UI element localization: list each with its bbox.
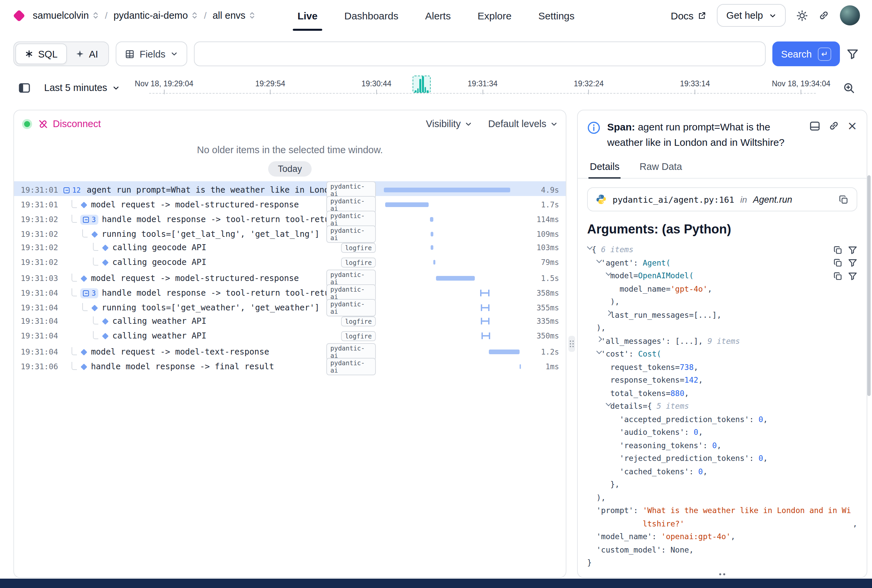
- row-duration: 350ms: [530, 332, 566, 340]
- filter-button[interactable]: [847, 48, 859, 60]
- trace-row[interactable]: 19:31:03model request -> model-structure…: [14, 270, 566, 284]
- dock-panel-button[interactable]: [809, 120, 821, 132]
- logfire-logo-icon[interactable]: [13, 9, 25, 22]
- row-bar-track: [382, 314, 523, 328]
- funnel-icon: [848, 246, 857, 255]
- disconnect-button[interactable]: Disconnect: [38, 118, 100, 129]
- trace-row[interactable]: 19:31:02calling geocode APIlogfire103ms: [14, 240, 566, 255]
- theme-toggle-button[interactable]: [796, 10, 808, 21]
- timeline[interactable]: Nov 18, 19:29:0419:29:5419:30:4419:31:34…: [129, 76, 836, 100]
- user-avatar[interactable]: [840, 5, 860, 26]
- copy-value-button[interactable]: [833, 246, 843, 255]
- collapse-chevron-icon[interactable]: [605, 400, 610, 407]
- collapse-chevron-icon[interactable]: [596, 256, 601, 263]
- breadcrumb-separator: /: [204, 10, 207, 21]
- timeline-selection-histogram[interactable]: [413, 76, 431, 93]
- code-line: 'audio_tokens': 0,: [587, 426, 857, 439]
- timeline-tick-label: 19:33:14: [680, 80, 710, 88]
- code-line: 'cached_tokens': 0,: [587, 465, 857, 478]
- nav-tab-explore[interactable]: Explore: [478, 0, 512, 31]
- project-switcher[interactable]: pydantic-ai-demo: [113, 10, 198, 21]
- sql-mode-button[interactable]: SQL: [15, 44, 67, 64]
- nav-tab-dashboards[interactable]: Dashboards: [345, 0, 399, 31]
- source-scope: Agent.run: [753, 194, 792, 204]
- detail-resize-grip[interactable]: [719, 573, 725, 575]
- collapse-toggle[interactable]: 12: [61, 185, 83, 195]
- span-diamond-icon: [91, 231, 98, 237]
- trace-row[interactable]: 19:31:043handle model response -> tool-r…: [14, 284, 566, 299]
- sidebar-toggle-button[interactable]: [13, 78, 35, 98]
- row-timestamp: 19:31:04: [14, 316, 61, 326]
- code-actions: [833, 243, 857, 283]
- env-switcher[interactable]: all envs: [213, 10, 255, 21]
- trace-row[interactable]: 19:31:02running tools=['get_lat_lng', 'g…: [14, 225, 566, 240]
- breadcrumb: samuelcolvin / pydantic-ai-demo / all en…: [33, 10, 255, 21]
- expand-chevron-icon[interactable]: [596, 335, 601, 342]
- trace-row[interactable]: 19:31:04model request -> model-text-resp…: [14, 343, 566, 358]
- get-help-button[interactable]: Get help: [717, 4, 786, 27]
- share-link-button[interactable]: [818, 10, 829, 21]
- nav-tab-settings[interactable]: Settings: [538, 0, 574, 31]
- trace-row[interactable]: 19:31:04running tools=['get_weather', 'g…: [14, 299, 566, 314]
- span-detail-panel: Span: agent run prompt=What is the weath…: [577, 110, 868, 578]
- funnel-icon: [847, 48, 859, 60]
- row-timestamp: 19:31:02: [14, 243, 61, 252]
- expand-chevron-icon[interactable]: [605, 309, 610, 315]
- collapse-chevron-icon[interactable]: [605, 270, 610, 276]
- collapse-chevron-icon[interactable]: [596, 348, 601, 354]
- scope-tag: logfire: [341, 316, 376, 326]
- docs-link[interactable]: Docs: [671, 10, 706, 21]
- collapse-chevron-icon[interactable]: [587, 243, 592, 250]
- trace-row[interactable]: 19:31:04calling weather APIlogfire350ms: [14, 328, 566, 343]
- search-button[interactable]: Search ↵: [772, 42, 840, 66]
- today-pill[interactable]: Today: [268, 161, 311, 177]
- trace-row[interactable]: 19:31:01model request -> model-structure…: [14, 196, 566, 211]
- code-line: ),: [587, 296, 857, 309]
- nav-tab-alerts[interactable]: Alerts: [425, 0, 451, 31]
- org-switcher[interactable]: samuelcolvin: [33, 10, 99, 21]
- search-query-input[interactable]: [194, 42, 766, 66]
- bottom-drawer-bar[interactable]: [0, 579, 872, 588]
- span-detail-actions: ×: [809, 120, 857, 132]
- panel-splitter[interactable]: [566, 110, 577, 578]
- ai-mode-button[interactable]: AI: [67, 44, 107, 64]
- copy-value-button[interactable]: [833, 272, 843, 281]
- splitter-grip[interactable]: [568, 336, 575, 352]
- fields-dropdown[interactable]: Fields: [115, 42, 187, 66]
- span-diamond-icon: [102, 333, 109, 339]
- span-diamond-icon: [91, 304, 98, 311]
- trace-row[interactable]: 19:31:023handle model response -> tool-r…: [14, 211, 566, 225]
- row-timestamp: 19:31:02: [14, 230, 61, 239]
- visibility-dropdown[interactable]: Visibility: [426, 118, 472, 129]
- trace-row[interactable]: 19:31:06handle model response -> final r…: [14, 358, 566, 373]
- time-range-dropdown[interactable]: Last 5 minutes: [37, 82, 127, 93]
- chevron-down-icon: [550, 120, 558, 128]
- trace-row[interactable]: 19:31:02calling geocode APIlogfire79ms: [14, 255, 566, 270]
- histogram-bar: [424, 87, 426, 92]
- nav-tab-live[interactable]: Live: [298, 0, 318, 31]
- trace-row[interactable]: 19:31:04calling weather APIlogfire335ms: [14, 314, 566, 328]
- detail-tab-details[interactable]: Details: [589, 158, 621, 178]
- code-source-chip[interactable]: pydantic_ai/agent.py:161 in Agent.run: [587, 187, 857, 212]
- filter-value-button[interactable]: [848, 246, 857, 255]
- collapse-toggle[interactable]: 3: [80, 288, 99, 298]
- filter-value-button[interactable]: [848, 272, 857, 281]
- filter-value-button[interactable]: [848, 258, 857, 268]
- trace-row[interactable]: 19:31:0112agent run prompt=What is the w…: [14, 181, 566, 196]
- arguments-code: { 6 items 'agent': Agent( model=OpenAIMo…: [587, 243, 857, 570]
- zoom-in-button[interactable]: [839, 78, 859, 98]
- copy-value-button[interactable]: [833, 258, 843, 268]
- row-timestamp: 19:31:02: [14, 215, 61, 224]
- collapse-toggle[interactable]: 3: [80, 214, 99, 224]
- page-scrollbar[interactable]: [868, 175, 871, 396]
- copy-source-button[interactable]: [839, 194, 849, 204]
- default-levels-dropdown[interactable]: Default levels: [488, 118, 558, 129]
- enter-key-icon: ↵: [818, 47, 831, 60]
- timeline-tick: 19:29:54: [255, 80, 285, 94]
- sidebar-icon: [18, 81, 30, 94]
- close-panel-button[interactable]: ×: [847, 120, 857, 132]
- duration-bar: [384, 188, 510, 192]
- detail-tab-raw-data[interactable]: Raw Data: [638, 158, 683, 178]
- fields-label: Fields: [139, 48, 165, 59]
- copy-span-link-button[interactable]: [829, 120, 839, 131]
